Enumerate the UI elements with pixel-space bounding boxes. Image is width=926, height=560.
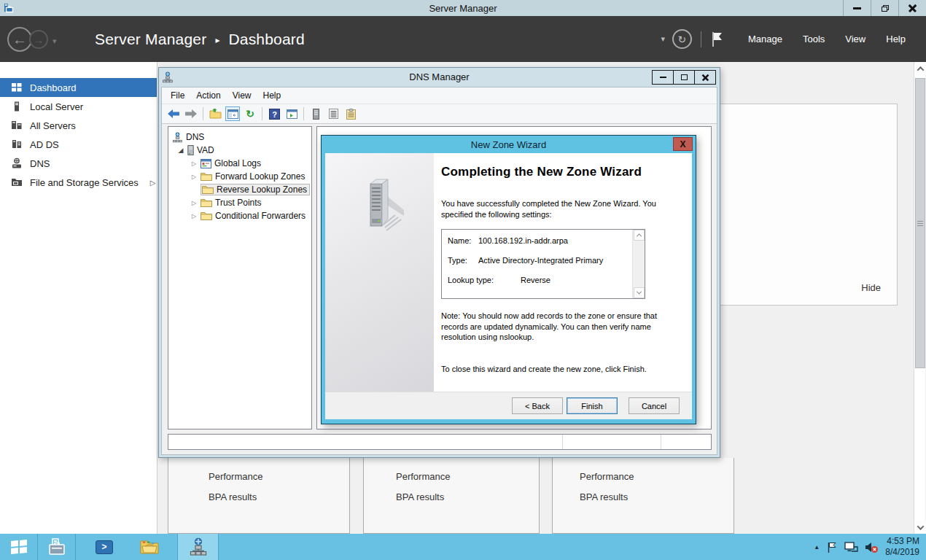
menu-file[interactable]: File [165,90,190,101]
clock-time: 4:53 PM [885,536,919,547]
menu-help[interactable]: Help [257,90,287,101]
tile-row-bpa[interactable]: BPA results [396,487,539,508]
hide-button[interactable]: Hide [861,282,881,293]
cancel-button[interactable]: Cancel [629,397,680,414]
navbar-divider [701,31,701,47]
tree-item-dns-root[interactable]: DNS [168,131,311,144]
collapsed-arrow-icon[interactable]: ▷ [190,213,198,219]
sidebar-item-dashboard[interactable]: Dashboard [0,78,157,97]
local-server-icon [11,101,23,112]
new-zone-wizard-dialog: New Zone Wizard X [321,135,696,424]
breadcrumb-separator-icon: ▸ [215,34,219,45]
menu-help[interactable]: Help [876,26,916,52]
notifications-caret-icon[interactable]: ▾ [661,34,665,44]
tray-show-hidden-icon[interactable]: ▲ [814,544,820,551]
maximize-icon[interactable] [673,70,695,85]
forward-icon[interactable]: → [29,30,48,49]
toolbar-export-list-icon[interactable] [343,106,358,121]
toolbar-server-icon[interactable] [308,106,323,121]
taskbar-server-manager-button[interactable] [38,534,76,560]
sidebar: Dashboard Local Server All Servers AD DS… [0,62,157,534]
toolbar-back-icon[interactable] [166,106,181,121]
toolbar-console-tree-icon[interactable] [225,106,240,121]
breadcrumb-current[interactable]: Dashboard [228,31,305,48]
tree-item-trust-points[interactable]: ▷ Trust Points [168,196,311,209]
screen: Server Manager ← → ▾ Server Manager ▸ Da… [0,0,926,560]
tray-network-icon[interactable] [844,541,858,553]
history-caret-icon[interactable]: ▾ [52,36,57,46]
toolbar-forward-icon[interactable] [184,106,198,121]
notifications-flag-icon[interactable] [710,31,725,48]
tray-volume-muted-icon[interactable] [865,541,879,553]
dns-tree-pane: DNS ◢ VAD ▷ Global Logs ▷ [168,126,312,429]
tree-item-vad[interactable]: ◢ VAD [168,144,311,157]
tree-item-conditional-forwarders[interactable]: ▷ Conditional Forwarders [168,209,311,222]
taskbar-dns-manager-button[interactable] [177,534,219,560]
sidebar-item-file-storage[interactable]: File and Storage Services ▷ [0,173,157,192]
wizard-body: Completing the New Zone Wizard You have … [325,153,692,419]
close-icon[interactable] [694,70,716,85]
scroll-down-icon[interactable] [634,287,645,298]
role-tile-1: Performance BPA results [168,458,350,534]
folder-icon [202,185,214,194]
sidebar-item-all-servers[interactable]: All Servers [0,116,157,135]
scroll-down-icon[interactable] [914,521,926,534]
tree-item-reverse-lookup-zones[interactable]: Reverse Lookup Zones [168,183,311,196]
scrollbar-thumb[interactable] [915,78,925,368]
wizard-titlebar[interactable]: New Zone Wizard X [322,136,696,153]
menu-manage[interactable]: Manage [738,26,793,52]
menu-action[interactable]: Action [190,90,226,101]
scroll-up-icon[interactable] [914,62,926,75]
breadcrumb-root[interactable]: Server Manager [95,31,206,48]
restore-icon[interactable] [871,0,898,16]
tile-row-performance[interactable]: Performance [396,467,539,487]
expanded-arrow-icon[interactable]: ◢ [177,147,184,154]
minimize-icon[interactable] [652,70,674,85]
toolbar-up-level-icon[interactable] [208,106,222,121]
minimize-icon[interactable] [843,0,871,16]
wizard-close-icon[interactable]: X [673,137,693,151]
file-storage-icon [11,176,23,188]
close-icon[interactable] [898,0,926,16]
dns-menubar: File Action View Help [162,88,717,104]
toolbar-help-icon[interactable]: ? [267,106,281,121]
sidebar-item-ad-ds[interactable]: AD DS [0,135,157,154]
taskbar-powershell-button[interactable]: > [85,534,123,560]
toolbar-list-icon[interactable] [326,106,341,121]
clock-date: 8/4/2019 [885,547,919,558]
settings-summary-box: Name: 100.168.192.in-addr.arpa Type: Act… [441,229,645,299]
tile-row-performance[interactable]: Performance [580,467,734,487]
tree-item-forward-lookup-zones[interactable]: ▷ Forward Lookup Zones [168,170,311,183]
tile-row-bpa[interactable]: BPA results [209,487,349,508]
tile-row-performance[interactable]: Performance [209,467,349,487]
sidebar-item-local-server[interactable]: Local Server [0,97,157,116]
setting-label: Type: [448,256,478,265]
setting-value: Active Directory-Integrated Primary [478,256,603,265]
taskbar-file-explorer-button[interactable] [131,534,168,560]
tile-row-bpa[interactable]: BPA results [580,487,734,508]
menu-view[interactable]: View [227,90,257,101]
collapsed-arrow-icon[interactable]: ▷ [190,174,198,180]
menu-view[interactable]: View [835,26,876,52]
taskbar-clock[interactable]: 4:53 PM 8/4/2019 [885,536,919,558]
toolbar-console-window-icon[interactable] [284,106,299,121]
back-button[interactable]: < Back [512,397,563,414]
scroll-up-icon[interactable] [634,230,645,241]
dns-titlebar[interactable]: DNS Manager [159,68,720,87]
finish-button[interactable]: Finish [567,397,618,414]
start-button[interactable] [0,534,38,560]
settings-scrollbar[interactable] [632,230,645,298]
collapsed-arrow-icon[interactable]: ▷ [190,160,198,167]
main-scrollbar[interactable] [914,62,925,534]
back-icon[interactable]: ← [7,27,32,52]
toolbar-refresh-icon[interactable]: ↻ [243,106,257,121]
menu-tools[interactable]: Tools [793,26,835,52]
collapsed-arrow-icon[interactable]: ▷ [190,200,198,206]
submenu-arrow-icon: ▷ [150,179,156,187]
sidebar-item-dns[interactable]: DNS [0,154,157,173]
window-title: Server Manager [0,3,926,14]
refresh-icon[interactable]: ↻ [672,29,692,49]
system-tray: ▲ 4:53 PM 8/4/2019 [814,534,926,560]
tree-item-global-logs[interactable]: ▷ Global Logs [168,157,311,170]
tray-flag-icon[interactable] [826,541,838,553]
